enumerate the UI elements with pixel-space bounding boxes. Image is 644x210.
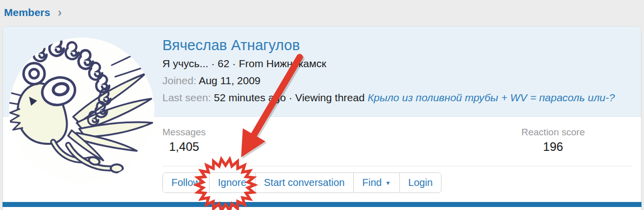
last-seen-value: 52 minutes ago [214,92,286,103]
member-age: 62 [218,58,229,69]
viewing-thread-link[interactable]: Крыло из поливной трубы + WV = парасоль … [367,92,614,103]
member-blurb: Я учусь... [162,58,208,69]
dot-separator: · [211,58,215,69]
find-button-label: Find [362,177,382,188]
member-location: Нижнекамск [266,58,326,69]
ignore-button[interactable]: Ignore [209,173,255,192]
joined-label: Joined: [162,75,196,86]
bird-avatar-drawing [9,38,154,183]
follow-button-label: Follow [171,177,200,188]
stat-messages-value: 1,405 [162,140,206,154]
start-conversation-button-label: Start conversation [264,177,345,188]
member-name: Вячеслав Атнагулов [162,37,615,54]
member-info-line: Я учусь... · 62 · From Нижнекамск [162,57,615,70]
action-button-group: Follow Ignore Start conversation Find ▼ … [162,172,442,193]
dot-separator: · [289,92,292,103]
last-seen-label: Last seen: [162,92,211,103]
login-button-label: Login [408,177,433,188]
section-divider [162,166,632,166]
activity-label: Viewing thread [295,92,365,103]
ignore-button-label: Ignore [218,177,247,188]
find-dropdown-button[interactable]: Find ▼ [353,173,399,192]
stat-reaction-score-value: 196 [521,140,585,154]
follow-button[interactable]: Follow [163,173,209,192]
stat-reaction-score-label: Reaction score [521,127,585,138]
location-prefix: From [239,58,263,69]
caret-down-icon: ▼ [385,180,391,186]
stats-row: Messages 1,405 Reaction score 196 [162,127,635,154]
member-card: Вячеслав Атнагулов Я учусь... · 62 · Fro… [3,26,641,210]
stat-messages: Messages 1,405 [162,127,206,154]
joined-line: Joined: Aug 11, 2009 [162,74,615,87]
last-seen-line: Last seen: 52 minutes ago · Viewing thre… [162,91,615,104]
login-button[interactable]: Login [399,173,442,192]
member-profile-page: Members › [0,0,644,210]
dot-separator: · [233,58,236,69]
stat-reaction-score: Reaction score 196 [521,127,585,154]
start-conversation-button[interactable]: Start conversation [255,173,353,192]
chevron-right-icon: › [58,8,62,18]
stat-messages-label: Messages [162,127,206,138]
avatar[interactable] [9,38,154,183]
joined-value: Aug 11, 2009 [198,75,260,86]
breadcrumb-members-link[interactable]: Members [4,7,50,19]
breadcrumb: Members › [4,7,62,19]
profile-text-block: Вячеслав Атнагулов Я учусь... · 62 · Fro… [162,37,615,104]
bottom-tab-strip-bar [3,202,641,207]
